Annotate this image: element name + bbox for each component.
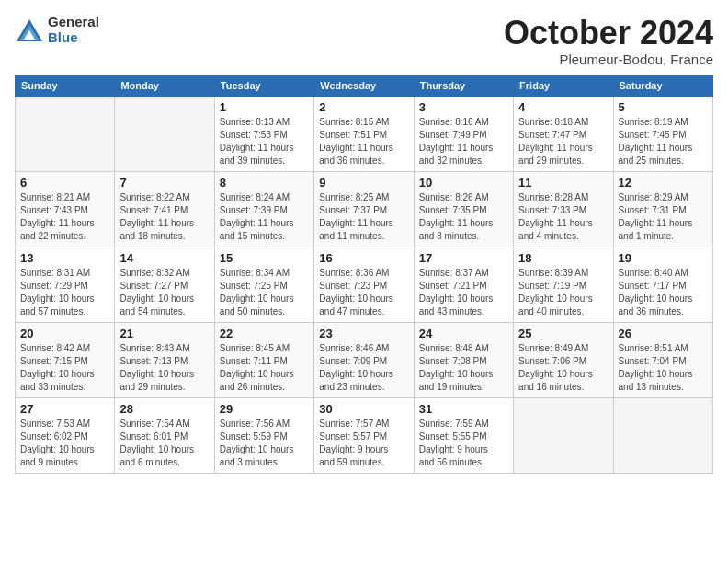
day-number: 5 — [619, 100, 708, 114]
day-number: 21 — [119, 327, 209, 340]
calendar-cell: 2Sunrise: 8:15 AM Sunset: 7:51 PM Daylig… — [314, 96, 414, 171]
col-header-friday: Friday — [514, 75, 613, 96]
col-header-wednesday: Wednesday — [314, 75, 414, 96]
day-info: Sunrise: 8:25 AM Sunset: 7:37 PM Dayligh… — [319, 191, 408, 243]
day-info: Sunrise: 8:31 AM Sunset: 7:29 PM Dayligh… — [20, 267, 109, 318]
calendar-cell: 30Sunrise: 7:57 AM Sunset: 5:57 PM Dayli… — [314, 397, 414, 473]
week-row-1: 1Sunrise: 8:13 AM Sunset: 7:53 PM Daylig… — [16, 96, 713, 171]
day-number: 11 — [518, 176, 608, 190]
day-info: Sunrise: 7:54 AM Sunset: 6:01 PM Dayligh… — [119, 418, 209, 469]
col-header-sunday: Sunday — [16, 75, 115, 96]
day-info: Sunrise: 8:51 AM Sunset: 7:04 PM Dayligh… — [619, 342, 708, 394]
calendar-cell: 7Sunrise: 8:22 AM Sunset: 7:41 PM Daylig… — [115, 171, 214, 247]
day-info: Sunrise: 7:56 AM Sunset: 5:59 PM Dayligh… — [220, 418, 309, 469]
day-number: 24 — [419, 327, 508, 340]
day-info: Sunrise: 8:45 AM Sunset: 7:11 PM Dayligh… — [220, 342, 309, 394]
day-number: 19 — [619, 251, 708, 265]
logo-text: General Blue — [48, 15, 99, 45]
day-number: 2 — [319, 100, 408, 114]
day-number: 1 — [220, 100, 309, 114]
day-info: Sunrise: 7:59 AM Sunset: 5:55 PM Dayligh… — [419, 418, 508, 469]
day-number: 9 — [319, 176, 408, 190]
calendar-cell: 21Sunrise: 8:43 AM Sunset: 7:13 PM Dayli… — [115, 322, 214, 397]
logo: General Blue — [15, 15, 99, 45]
calendar-cell: 26Sunrise: 8:51 AM Sunset: 7:04 PM Dayli… — [613, 322, 712, 397]
calendar-cell: 24Sunrise: 8:48 AM Sunset: 7:08 PM Dayli… — [414, 322, 513, 397]
day-number: 23 — [319, 327, 408, 340]
calendar-cell: 13Sunrise: 8:31 AM Sunset: 7:29 PM Dayli… — [16, 247, 115, 322]
header-row: SundayMondayTuesdayWednesdayThursdayFrid… — [16, 75, 713, 96]
calendar-cell: 10Sunrise: 8:26 AM Sunset: 7:35 PM Dayli… — [414, 171, 513, 247]
logo-general-label: General — [48, 15, 99, 30]
day-number: 7 — [119, 176, 209, 190]
col-header-thursday: Thursday — [414, 75, 513, 96]
day-info: Sunrise: 8:39 AM Sunset: 7:19 PM Dayligh… — [518, 267, 608, 318]
calendar-cell: 29Sunrise: 7:56 AM Sunset: 5:59 PM Dayli… — [214, 397, 313, 473]
day-info: Sunrise: 8:26 AM Sunset: 7:35 PM Dayligh… — [419, 191, 508, 243]
calendar-cell: 25Sunrise: 8:49 AM Sunset: 7:06 PM Dayli… — [514, 322, 613, 397]
day-info: Sunrise: 8:46 AM Sunset: 7:09 PM Dayligh… — [319, 342, 408, 394]
day-number: 15 — [220, 251, 309, 265]
day-info: Sunrise: 8:19 AM Sunset: 7:45 PM Dayligh… — [619, 116, 708, 167]
calendar-cell: 6Sunrise: 8:21 AM Sunset: 7:43 PM Daylig… — [16, 171, 115, 247]
col-header-monday: Monday — [115, 75, 214, 96]
day-info: Sunrise: 8:13 AM Sunset: 7:53 PM Dayligh… — [220, 116, 309, 167]
logo-blue-label: Blue — [48, 30, 99, 46]
week-row-5: 27Sunrise: 7:53 AM Sunset: 6:02 PM Dayli… — [16, 397, 713, 473]
location-label: Pleumeur-Bodou, France — [504, 52, 713, 67]
day-number: 13 — [20, 251, 109, 265]
day-info: Sunrise: 8:15 AM Sunset: 7:51 PM Dayligh… — [319, 116, 408, 167]
calendar-cell: 17Sunrise: 8:37 AM Sunset: 7:21 PM Dayli… — [414, 247, 513, 322]
calendar-table: SundayMondayTuesdayWednesdayThursdayFrid… — [15, 75, 713, 474]
day-number: 30 — [319, 402, 408, 416]
day-info: Sunrise: 8:28 AM Sunset: 7:33 PM Dayligh… — [518, 191, 608, 243]
logo-icon — [15, 17, 44, 43]
day-info: Sunrise: 7:57 AM Sunset: 5:57 PM Dayligh… — [319, 418, 408, 469]
month-title: October 2024 — [504, 15, 713, 52]
day-number: 16 — [319, 251, 408, 265]
day-number: 26 — [619, 327, 708, 340]
calendar-cell: 27Sunrise: 7:53 AM Sunset: 6:02 PM Dayli… — [16, 397, 115, 473]
day-number: 3 — [419, 100, 508, 114]
calendar-cell: 12Sunrise: 8:29 AM Sunset: 7:31 PM Dayli… — [613, 171, 712, 247]
calendar-cell: 16Sunrise: 8:36 AM Sunset: 7:23 PM Dayli… — [314, 247, 414, 322]
day-number: 10 — [419, 176, 508, 190]
day-info: Sunrise: 8:16 AM Sunset: 7:49 PM Dayligh… — [419, 116, 508, 167]
day-info: Sunrise: 8:22 AM Sunset: 7:41 PM Dayligh… — [119, 191, 209, 243]
day-number: 22 — [220, 327, 309, 340]
calendar-cell: 5Sunrise: 8:19 AM Sunset: 7:45 PM Daylig… — [613, 96, 712, 171]
day-number: 17 — [419, 251, 508, 265]
calendar-cell — [613, 397, 712, 473]
calendar-cell: 3Sunrise: 8:16 AM Sunset: 7:49 PM Daylig… — [414, 96, 513, 171]
calendar-cell: 28Sunrise: 7:54 AM Sunset: 6:01 PM Dayli… — [115, 397, 214, 473]
day-info: Sunrise: 8:18 AM Sunset: 7:47 PM Dayligh… — [518, 116, 608, 167]
day-info: Sunrise: 7:53 AM Sunset: 6:02 PM Dayligh… — [20, 418, 109, 469]
calendar-cell — [115, 96, 214, 171]
day-info: Sunrise: 8:49 AM Sunset: 7:06 PM Dayligh… — [518, 342, 608, 394]
page-header: General Blue October 2024 Pleumeur-Bodou… — [15, 15, 713, 67]
day-info: Sunrise: 8:42 AM Sunset: 7:15 PM Dayligh… — [20, 342, 109, 394]
calendar-cell: 22Sunrise: 8:45 AM Sunset: 7:11 PM Dayli… — [214, 322, 313, 397]
calendar-cell: 14Sunrise: 8:32 AM Sunset: 7:27 PM Dayli… — [115, 247, 214, 322]
day-info: Sunrise: 8:37 AM Sunset: 7:21 PM Dayligh… — [419, 267, 508, 318]
day-number: 4 — [518, 100, 608, 114]
col-header-saturday: Saturday — [613, 75, 712, 96]
calendar-cell: 8Sunrise: 8:24 AM Sunset: 7:39 PM Daylig… — [214, 171, 313, 247]
day-info: Sunrise: 8:48 AM Sunset: 7:08 PM Dayligh… — [419, 342, 508, 394]
day-number: 14 — [119, 251, 209, 265]
day-number: 20 — [20, 327, 109, 340]
day-number: 18 — [518, 251, 608, 265]
day-number: 29 — [220, 402, 309, 416]
week-row-2: 6Sunrise: 8:21 AM Sunset: 7:43 PM Daylig… — [16, 171, 713, 247]
day-number: 8 — [220, 176, 309, 190]
calendar-cell: 4Sunrise: 8:18 AM Sunset: 7:47 PM Daylig… — [514, 96, 613, 171]
calendar-cell: 23Sunrise: 8:46 AM Sunset: 7:09 PM Dayli… — [314, 322, 414, 397]
day-number: 12 — [619, 176, 708, 190]
calendar-cell: 18Sunrise: 8:39 AM Sunset: 7:19 PM Dayli… — [514, 247, 613, 322]
day-number: 25 — [518, 327, 608, 340]
calendar-cell — [16, 96, 115, 171]
calendar-cell — [514, 397, 613, 473]
day-info: Sunrise: 8:24 AM Sunset: 7:39 PM Dayligh… — [220, 191, 309, 243]
day-info: Sunrise: 8:34 AM Sunset: 7:25 PM Dayligh… — [220, 267, 309, 318]
title-block: October 2024 Pleumeur-Bodou, France — [504, 15, 713, 67]
